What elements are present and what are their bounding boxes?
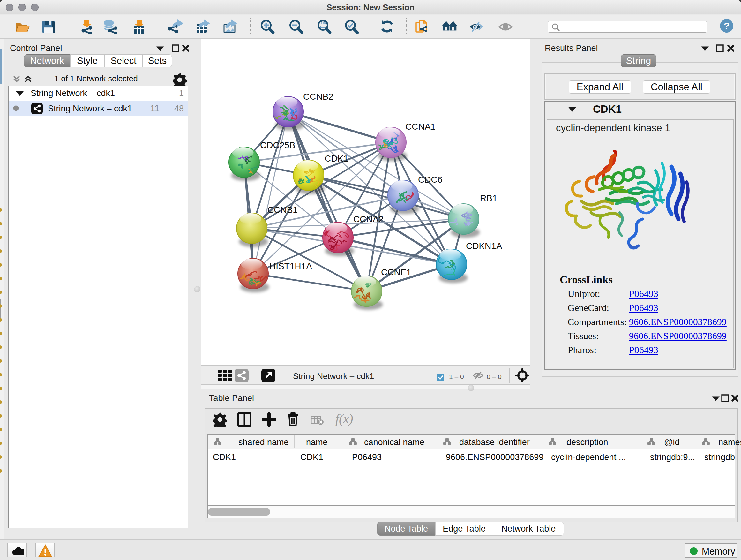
svg-text:CCNE1: CCNE1 bbox=[381, 267, 411, 277]
svg-text:CCNA1: CCNA1 bbox=[405, 122, 435, 132]
svg-text:CCNA2: CCNA2 bbox=[353, 214, 384, 224]
svg-text:CCNB1: CCNB1 bbox=[267, 205, 298, 215]
svg-text:HIST1H1A: HIST1H1A bbox=[269, 261, 312, 271]
svg-text:CCNB2: CCNB2 bbox=[303, 91, 333, 102]
svg-text:?: ? bbox=[724, 20, 730, 31]
svg-text:CDC25B: CDC25B bbox=[260, 140, 295, 150]
svg-text:RB1: RB1 bbox=[480, 193, 497, 203]
svg-text:CDK1: CDK1 bbox=[325, 153, 348, 164]
svg-text:CDC6: CDC6 bbox=[418, 175, 442, 185]
svg-text:CDKN1A: CDKN1A bbox=[466, 241, 502, 251]
